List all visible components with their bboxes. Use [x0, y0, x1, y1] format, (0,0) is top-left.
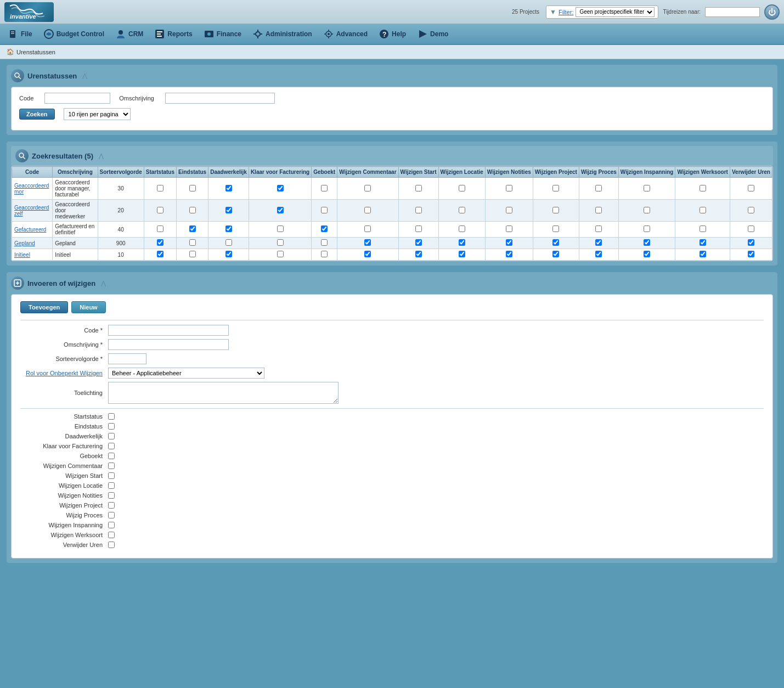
row-verwijder-uren[interactable]	[730, 249, 772, 261]
row-wijzigen-notities[interactable]	[485, 222, 533, 238]
row-wijzigen-commentaar[interactable]	[337, 238, 398, 249]
filter-label[interactable]: Filter:	[559, 9, 574, 15]
row-daadwerkelijk[interactable]	[208, 238, 249, 249]
row-wijzigen-start[interactable]	[398, 200, 438, 222]
row-verwijder-uren[interactable]	[730, 200, 772, 222]
row-code-link[interactable]: Geaccordeerd mor	[14, 183, 49, 195]
row-wijzigen-werksoort[interactable]	[675, 200, 730, 222]
row-geboekt[interactable]	[312, 238, 337, 249]
row-startstatus[interactable]	[144, 238, 176, 249]
row-startstatus[interactable]	[144, 200, 176, 222]
row-geboekt[interactable]	[312, 200, 337, 222]
row-wijzig-proces[interactable]	[579, 238, 618, 249]
row-wijzigen-notities[interactable]	[485, 238, 533, 249]
row-wijzigen-start[interactable]	[398, 249, 438, 261]
row-wijzigen-locatie[interactable]	[438, 222, 485, 238]
omschrijving-input[interactable]	[165, 93, 275, 104]
toelichting-field[interactable]	[108, 382, 339, 404]
form-panel-collapse[interactable]: ⋀	[101, 280, 106, 287]
row-daadwerkelijk[interactable]	[208, 222, 249, 238]
row-wijzigen-locatie[interactable]	[438, 178, 485, 200]
nav-item-reports[interactable]: Reports	[149, 25, 198, 43]
results-panel-collapse[interactable]: ⋀	[99, 153, 104, 160]
row-wijzigen-inspanning[interactable]	[618, 178, 675, 200]
row-wijzigen-commentaar[interactable]	[337, 249, 398, 261]
row-geboekt[interactable]	[312, 249, 337, 261]
row-wijzigen-werksoort[interactable]	[675, 238, 730, 249]
sorteervolgorde-field[interactable]	[108, 353, 146, 364]
row-wijzigen-commentaar[interactable]	[337, 222, 398, 238]
code-input[interactable]	[44, 93, 110, 104]
wijzigen-commentaar-checkbox[interactable]	[108, 463, 115, 469]
row-code-link[interactable]: Gepland	[14, 240, 35, 246]
row-code-link[interactable]: Geaccordeerd zelf	[14, 205, 49, 217]
wijzigen-project-checkbox[interactable]	[108, 502, 115, 509]
row-klaar-facturering[interactable]	[249, 222, 311, 238]
row-wijzig-proces[interactable]	[579, 200, 618, 222]
row-geboekt[interactable]	[312, 222, 337, 238]
wijzigen-werksoort-checkbox[interactable]	[108, 532, 115, 538]
nav-item-demo[interactable]: Demo	[411, 25, 454, 43]
row-klaar-facturering[interactable]	[249, 238, 311, 249]
row-wijzig-proces[interactable]	[579, 178, 618, 200]
row-eindstatus[interactable]	[177, 200, 208, 222]
row-klaar-facturering[interactable]	[249, 249, 311, 261]
nav-item-help[interactable]: ? Help	[373, 25, 411, 43]
row-eindstatus[interactable]	[177, 238, 208, 249]
filter-select[interactable]: Geen projectspecifiek filter	[576, 7, 655, 17]
rol-select[interactable]: Beheer - Applicatiebeheer	[108, 368, 264, 379]
row-daadwerkelijk[interactable]	[208, 200, 249, 222]
row-wijzig-proces[interactable]	[579, 249, 618, 261]
nav-item-administration[interactable]: Administration	[247, 25, 318, 43]
rows-select[interactable]: 10 rijen per pagina 25 rijen per pagina …	[64, 108, 131, 120]
row-wijzigen-locatie[interactable]	[438, 238, 485, 249]
row-wijzigen-inspanning[interactable]	[618, 200, 675, 222]
wijzigen-start-checkbox[interactable]	[108, 472, 115, 479]
geboekt-checkbox[interactable]	[108, 453, 115, 459]
row-geboekt[interactable]	[312, 178, 337, 200]
wijzig-proces-checkbox[interactable]	[108, 512, 115, 518]
row-wijzigen-locatie[interactable]	[438, 249, 485, 261]
row-klaar-facturering[interactable]	[249, 200, 311, 222]
row-wijzigen-project[interactable]	[533, 238, 579, 249]
nav-item-budget[interactable]: Budget Control	[38, 25, 110, 43]
nav-item-finance[interactable]: Finance	[198, 25, 247, 43]
row-wijzigen-project[interactable]	[533, 200, 579, 222]
wijzigen-locatie-checkbox[interactable]	[108, 482, 115, 489]
row-daadwerkelijk[interactable]	[208, 178, 249, 200]
row-wijzigen-werksoort[interactable]	[675, 249, 730, 261]
toevoegen-button[interactable]: Toevoegen	[20, 301, 68, 313]
row-eindstatus[interactable]	[177, 178, 208, 200]
row-verwijder-uren[interactable]	[730, 222, 772, 238]
row-wijzig-proces[interactable]	[579, 222, 618, 238]
daadwerkelijk-checkbox[interactable]	[108, 433, 115, 439]
row-verwijder-uren[interactable]	[730, 238, 772, 249]
rol-field-label[interactable]: Rol voor Onbeperkt Wijzigen	[20, 370, 108, 376]
row-wijzigen-inspanning[interactable]	[618, 249, 675, 261]
wijzigen-inspanning-checkbox[interactable]	[108, 522, 115, 528]
row-wijzigen-werksoort[interactable]	[675, 222, 730, 238]
row-wijzigen-notities[interactable]	[485, 178, 533, 200]
row-code-link[interactable]: Gefactureerd	[14, 227, 46, 233]
row-startstatus[interactable]	[144, 222, 176, 238]
code-field[interactable]	[108, 325, 229, 336]
nav-item-file[interactable]: File	[2, 25, 38, 43]
row-klaar-facturering[interactable]	[249, 178, 311, 200]
row-daadwerkelijk[interactable]	[208, 249, 249, 261]
row-wijzigen-start[interactable]	[398, 178, 438, 200]
startstatus-checkbox[interactable]	[108, 413, 115, 420]
row-wijzigen-start[interactable]	[398, 222, 438, 238]
row-wijzigen-project[interactable]	[533, 249, 579, 261]
nav-item-crm[interactable]: CRM	[110, 25, 149, 43]
klaar-facturering-checkbox[interactable]	[108, 443, 115, 449]
row-wijzigen-notities[interactable]	[485, 200, 533, 222]
wijzigen-notities-checkbox[interactable]	[108, 492, 115, 499]
tijdreizen-input[interactable]	[705, 7, 760, 17]
row-wijzigen-start[interactable]	[398, 238, 438, 249]
eindstatus-checkbox[interactable]	[108, 423, 115, 430]
row-verwijder-uren[interactable]	[730, 178, 772, 200]
row-wijzigen-inspanning[interactable]	[618, 238, 675, 249]
nav-item-advanced[interactable]: Advanced	[318, 25, 373, 43]
nieuw-button[interactable]: Nieuw	[71, 301, 105, 313]
row-code-link[interactable]: Initieel	[14, 252, 30, 258]
